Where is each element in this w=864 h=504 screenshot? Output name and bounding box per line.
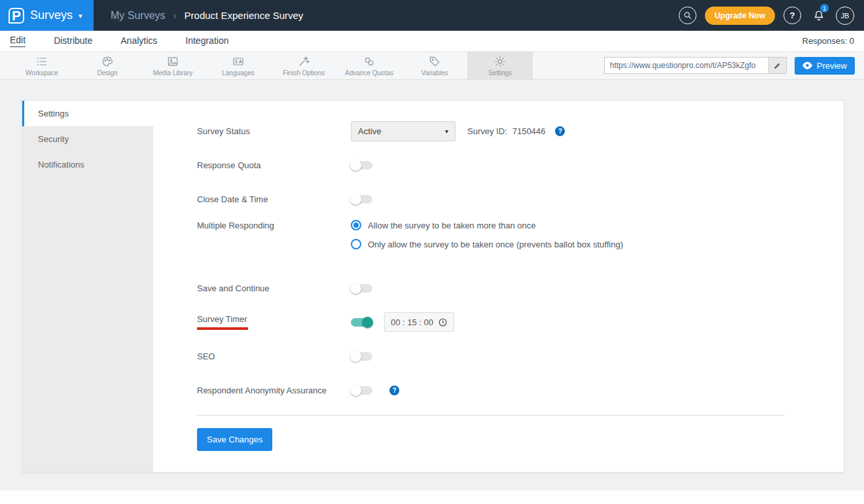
design-palette-icon bbox=[101, 55, 114, 68]
toolbar-item-variables[interactable]: Variables bbox=[402, 52, 467, 79]
row-seo: SEO bbox=[197, 339, 844, 373]
save-continue-toggle[interactable] bbox=[351, 284, 372, 293]
chevron-right-icon: › bbox=[173, 10, 177, 21]
upgrade-button[interactable]: Upgrade Now bbox=[705, 7, 775, 25]
tab-edit[interactable]: Edit bbox=[10, 35, 26, 47]
tag-icon bbox=[428, 55, 441, 68]
section-tabs: Edit Distribute Analytics Integration Re… bbox=[0, 31, 864, 51]
survey-url-box bbox=[604, 57, 787, 74]
settings-sidebar: Settings Security Notifications bbox=[22, 101, 153, 472]
row-survey-status: Survey Status Active ▾ Survey ID: 715044… bbox=[197, 114, 844, 148]
languages-icon bbox=[232, 55, 245, 68]
row-response-quota: Response Quota bbox=[197, 148, 844, 182]
search-button[interactable] bbox=[679, 7, 696, 24]
radio-selected-icon bbox=[351, 220, 361, 230]
clock-icon bbox=[438, 317, 448, 327]
anonymity-label: Respondent Anonymity Assurance bbox=[197, 386, 351, 395]
close-date-toggle[interactable] bbox=[351, 195, 372, 204]
annotation-red-underline bbox=[197, 327, 248, 330]
survey-timer-toggle[interactable] bbox=[351, 318, 372, 327]
survey-id-label: Survey ID: bbox=[467, 126, 507, 136]
save-continue-label: Save and Continue bbox=[197, 283, 351, 293]
close-date-label: Close Date & Time bbox=[197, 194, 351, 204]
edit-url-icon[interactable] bbox=[768, 58, 786, 73]
help-icon[interactable]: ? bbox=[389, 386, 399, 395]
tab-distribute[interactable]: Distribute bbox=[54, 35, 92, 47]
questionpro-logo: P bbox=[9, 8, 24, 24]
responses-count: Responses: 0 bbox=[802, 36, 855, 46]
response-quota-toggle[interactable] bbox=[351, 161, 372, 170]
caret-down-icon: ▾ bbox=[445, 128, 448, 135]
survey-timer-label: Survey Timer bbox=[197, 314, 351, 330]
breadcrumb: My Surveys › Product Experience Survey bbox=[111, 10, 303, 22]
sidebar-item-notifications[interactable]: Notifications bbox=[22, 152, 153, 177]
multiple-responding-label: Multiple Responding bbox=[197, 221, 351, 230]
toolbar-item-languages[interactable]: Languages bbox=[206, 52, 271, 79]
caret-down-icon: ▾ bbox=[79, 12, 82, 20]
divider bbox=[197, 415, 784, 416]
radio-unselected-icon bbox=[351, 239, 361, 249]
tab-analytics[interactable]: Analytics bbox=[120, 35, 157, 47]
row-close-date: Close Date & Time bbox=[197, 182, 844, 216]
sidebar-item-security[interactable]: Security bbox=[22, 126, 153, 152]
seo-toggle[interactable] bbox=[351, 352, 372, 361]
notification-badge: 1 bbox=[820, 4, 829, 12]
topbar: P Surveys ▾ My Surveys › Product Experie… bbox=[0, 0, 864, 31]
settings-card: Settings Security Notifications Survey S… bbox=[22, 100, 844, 473]
workspace-icon bbox=[35, 55, 48, 68]
preview-button[interactable]: Preview bbox=[795, 57, 855, 75]
chain-links-icon bbox=[363, 55, 376, 68]
timer-value-input[interactable]: 00 : 15 : 00 bbox=[384, 312, 454, 332]
toolbar-right: Preview bbox=[604, 52, 864, 79]
row-multiple-responding: Multiple Responding Allow the survey to … bbox=[197, 216, 844, 271]
sidebar-item-settings[interactable]: Settings bbox=[22, 101, 153, 126]
settings-form: Survey Status Active ▾ Survey ID: 715044… bbox=[153, 101, 844, 472]
radio-allow-multiple[interactable]: Allow the survey to be taken more than o… bbox=[351, 220, 623, 230]
radio-allow-once[interactable]: Only allow the survey to be taken once (… bbox=[351, 239, 623, 249]
tab-integration[interactable]: Integration bbox=[185, 35, 228, 47]
toolbar-item-design[interactable]: Design bbox=[75, 52, 140, 79]
breadcrumb-my-surveys[interactable]: My Surveys bbox=[111, 10, 166, 22]
main-content: Settings Security Notifications Survey S… bbox=[0, 80, 864, 490]
seo-label: SEO bbox=[197, 351, 351, 361]
survey-status-select[interactable]: Active ▾ bbox=[351, 121, 456, 141]
avatar[interactable]: JB bbox=[836, 7, 854, 25]
gear-icon bbox=[494, 55, 507, 68]
anonymity-toggle[interactable] bbox=[351, 386, 372, 395]
row-anonymity: Respondent Anonymity Assurance ? bbox=[197, 373, 844, 407]
survey-id-value: 7150446 bbox=[513, 126, 546, 136]
surveys-product-menu[interactable]: P Surveys ▾ bbox=[0, 0, 94, 31]
help-icon[interactable]: ? bbox=[555, 126, 565, 136]
save-changes-button[interactable]: Save Changes bbox=[197, 428, 272, 451]
media-library-icon bbox=[166, 55, 179, 68]
breadcrumb-survey-title: Product Experience Survey bbox=[185, 10, 304, 21]
eye-icon bbox=[802, 62, 812, 69]
toolbar-item-finish-options[interactable]: Finish Options bbox=[271, 52, 336, 79]
search-icon bbox=[683, 11, 692, 20]
edit-toolbar: Workspace Design Media Library Languages… bbox=[0, 51, 864, 80]
notifications-button[interactable]: 1 bbox=[810, 7, 827, 24]
topbar-actions: Upgrade Now ? 1 JB bbox=[679, 7, 864, 25]
response-quota-label: Response Quota bbox=[197, 160, 351, 170]
toolbar-item-media-library[interactable]: Media Library bbox=[140, 52, 206, 79]
survey-url-input[interactable] bbox=[605, 58, 768, 73]
row-save-continue: Save and Continue bbox=[197, 271, 844, 305]
toolbar-item-advance-quotas[interactable]: Advance Quotas bbox=[336, 52, 402, 79]
row-survey-timer: Survey Timer 00 : 15 : 00 bbox=[197, 305, 844, 339]
help-button[interactable]: ? bbox=[783, 7, 801, 24]
toolbar-item-workspace[interactable]: Workspace bbox=[9, 52, 75, 79]
survey-status-label: Survey Status bbox=[197, 126, 351, 136]
toolbar-item-settings[interactable]: Settings bbox=[467, 52, 533, 79]
product-name: Surveys bbox=[30, 9, 73, 22]
magic-wand-icon bbox=[297, 55, 310, 68]
question-mark-icon: ? bbox=[790, 10, 795, 20]
